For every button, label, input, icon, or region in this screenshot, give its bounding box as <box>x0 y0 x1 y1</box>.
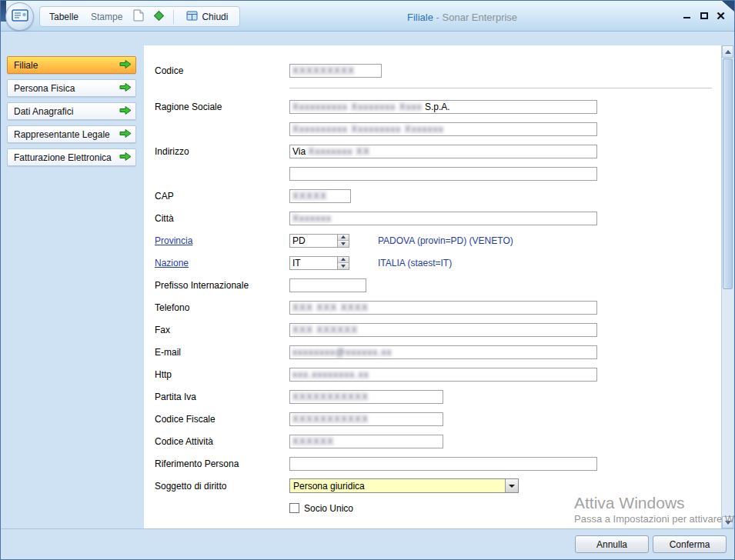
form-row-email: E-mail xxxxxxxx@xxxxxx.xx <box>155 341 721 363</box>
indirizzo-input-2[interactable] <box>289 167 597 181</box>
app-window: Tabelle Stampe <box>0 0 735 560</box>
window-title: Filiale - Sonar Enterprise <box>407 12 517 23</box>
citta-label: Città <box>155 213 289 224</box>
spin-up-icon <box>341 258 346 261</box>
sidebar-item-rappresentante-legale[interactable]: Rappresentante Legale <box>7 125 136 143</box>
new-page-icon <box>133 9 144 24</box>
spin-down-icon <box>341 242 346 245</box>
scrollbar-down-button[interactable] <box>722 516 733 528</box>
nazione-spinner <box>338 256 349 270</box>
riferimento-input[interactable] <box>289 457 597 471</box>
nazione-input[interactable]: IT <box>289 256 338 270</box>
app-logo-button[interactable] <box>5 2 34 31</box>
email-input[interactable]: xxxxxxxx@xxxxxx.xx <box>289 345 597 359</box>
spin-up-button[interactable] <box>338 235 349 241</box>
form-row-codice-attivita: Codice Attività XXXXXX <box>155 430 721 452</box>
minimize-button[interactable] <box>681 9 693 22</box>
new-document-button[interactable] <box>132 8 145 25</box>
form-row-indirizzo-1: Indirizzo Via Xxxxxxxx XX <box>155 140 721 162</box>
prefisso-input[interactable] <box>289 278 366 292</box>
footer-bar: Annulla Conferma <box>1 528 734 559</box>
spin-down-button[interactable] <box>338 240 349 247</box>
green-arrow-icon <box>119 82 132 95</box>
chevron-down-icon <box>509 485 515 488</box>
codice-input[interactable]: XXXXXXXXX <box>289 64 382 78</box>
green-arrow-icon <box>119 152 132 164</box>
riferimento-label: Riferimento Persona <box>155 458 289 469</box>
annulla-button[interactable]: Annulla <box>575 535 649 553</box>
form-area: Codice XXXXXXXXX Ragione Sociale Xxxxxxx… <box>144 45 721 528</box>
window-controls: ✕ <box>681 8 727 22</box>
ragione-sociale-label: Ragione Sociale <box>155 102 289 112</box>
http-label: Http <box>155 369 289 380</box>
indirizzo-label: Indirizzo <box>155 146 289 157</box>
toolbar: Tabelle Stampe <box>39 6 240 27</box>
form-row-provincia: Provincia PD PADOVA (provin=PD) (VENETO) <box>155 229 721 252</box>
spin-down-icon <box>341 265 346 268</box>
maximize-button[interactable] <box>698 9 710 22</box>
indirizzo-input-1[interactable]: Via Xxxxxxxx XX <box>289 145 597 158</box>
partita-iva-value: XXXXXXXXXXX <box>292 392 369 402</box>
tabelle-menu-button[interactable]: Tabelle <box>47 10 81 24</box>
conferma-button[interactable]: Conferma <box>653 535 727 553</box>
table-icon <box>186 11 198 23</box>
form-row-citta: Città Xxxxxxx <box>155 207 721 229</box>
scrollbar-up-button[interactable] <box>722 45 733 58</box>
form-row-indirizzo-2 <box>155 162 721 185</box>
provincia-info-text: PADOVA (provin=PD) (VENETO) <box>378 235 513 246</box>
spin-down-button[interactable] <box>338 262 349 269</box>
green-arrow-icon <box>119 128 132 141</box>
provincia-value: PD <box>292 235 306 246</box>
codice-fiscale-input[interactable]: XXXXXXXXXXX <box>289 412 443 426</box>
form-row-fax: Fax XXX XXXXXX <box>155 318 721 341</box>
provincia-spinner <box>338 234 349 248</box>
form-row-nazione: Nazione IT ITALIA (staest=IT) <box>155 252 721 274</box>
chiudi-button[interactable]: Chiudi <box>182 10 232 24</box>
contact-card-icon <box>12 8 28 25</box>
sidebar-item-persona-fisica[interactable]: Persona Fisica <box>7 79 136 97</box>
fax-label: Fax <box>155 325 289 335</box>
sidebar-item-filiale[interactable]: Filiale <box>7 56 136 74</box>
save-diamond-button[interactable] <box>152 9 165 25</box>
scrollbar-thumb[interactable] <box>723 58 733 289</box>
sidebar-item-dati-anagrafici[interactable]: Dati Anagrafici <box>7 102 136 120</box>
cap-input[interactable]: XXXXX <box>289 189 351 203</box>
provincia-link[interactable]: Provincia <box>155 235 289 246</box>
spin-up-button[interactable] <box>338 257 349 263</box>
codice-label: Codice <box>155 65 289 76</box>
sidebar-item-label: Fatturazione Elettronica <box>14 152 119 163</box>
codice-attivita-label: Codice Attività <box>155 436 289 447</box>
soggetto-combo[interactable]: Persona giuridica <box>289 478 519 493</box>
sidebar-item-fatturazione-elettronica[interactable]: Fatturazione Elettronica <box>7 148 136 166</box>
stampe-menu-button[interactable]: Stampe <box>89 10 125 24</box>
telefono-input[interactable]: XXX XXX XXXX <box>289 301 597 315</box>
separator-line <box>289 88 712 88</box>
form-row-codice-fiscale: Codice Fiscale XXXXXXXXXXX <box>155 408 721 430</box>
partita-iva-input[interactable]: XXXXXXXXXXX <box>289 390 443 404</box>
form-row-cap: CAP XXXXX <box>155 185 721 207</box>
nazione-link[interactable]: Nazione <box>155 258 289 268</box>
combo-dropdown-button[interactable] <box>505 479 518 492</box>
nazione-info-text: ITALIA (staest=IT) <box>378 258 452 268</box>
indirizzo-value-prefix: Via <box>292 146 308 157</box>
form-row-prefisso: Prefisso Internazionale <box>155 274 721 296</box>
ragione-sociale-input-2[interactable]: Xxxxxxxxxx Xxxxxxxxx Xxxxxxx <box>289 122 597 136</box>
citta-input[interactable]: Xxxxxxx <box>289 212 597 225</box>
sidebar-item-label: Filiale <box>14 60 119 71</box>
http-input[interactable]: xxx.xxxxxxxx.xx <box>289 368 597 382</box>
window-title-app: - Sonar Enterprise <box>433 12 517 23</box>
socio-unico-checkbox[interactable] <box>289 503 299 513</box>
ragione-sociale-value-suffix: S.p.A. <box>423 102 450 112</box>
ragione-sociale-input-1[interactable]: Xxxxxxxxxx Xxxxxxxx Xxxx S.p.A. <box>289 100 597 114</box>
green-arrow-icon <box>119 59 132 72</box>
codice-attivita-input[interactable]: XXXXXX <box>289 435 443 448</box>
close-button[interactable]: ✕ <box>715 9 727 22</box>
provincia-input[interactable]: PD <box>289 234 338 248</box>
fax-input[interactable]: XXX XXXXXX <box>289 323 597 337</box>
vertical-scrollbar[interactable] <box>721 45 733 528</box>
sidebar-item-label: Rappresentante Legale <box>14 129 119 140</box>
form-row-http: Http xxx.xxxxxxxx.xx <box>155 363 721 385</box>
chiudi-label: Chiudi <box>202 12 228 22</box>
citta-value: Xxxxxxx <box>292 213 332 224</box>
scroll-down-icon <box>725 521 731 525</box>
